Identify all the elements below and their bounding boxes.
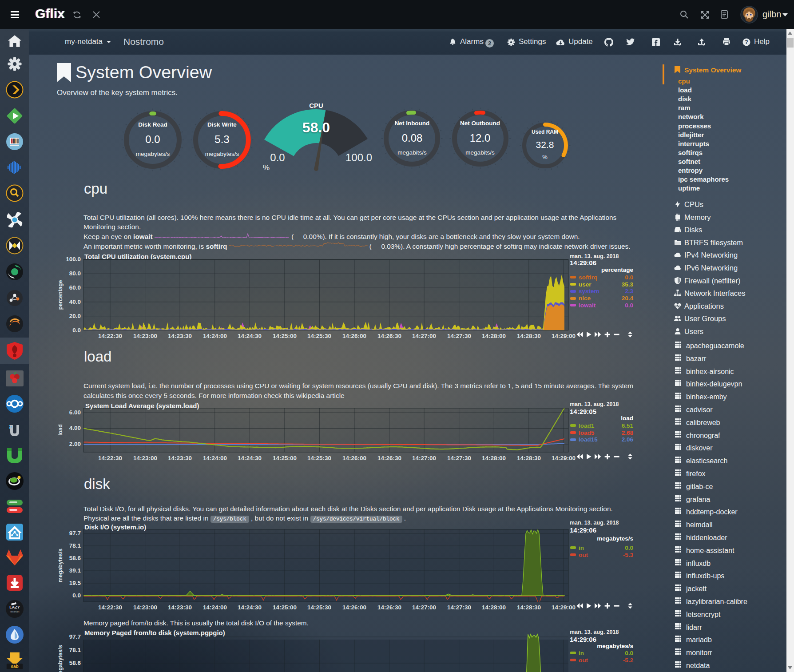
- svg-text:sab: sab: [11, 664, 18, 669]
- svg-text:LAZY: LAZY: [9, 605, 20, 609]
- svg-text:librarian: librarian: [10, 610, 19, 613]
